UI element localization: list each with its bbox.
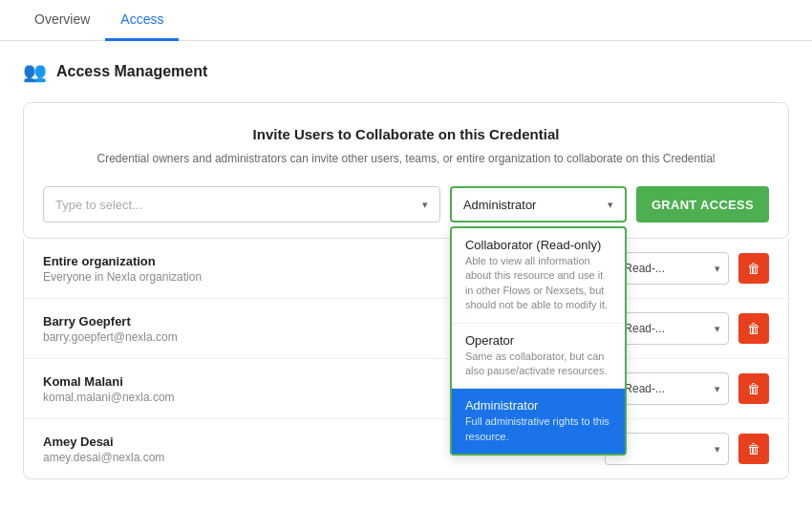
- collaborator-label: Collaborator (Read-only): [465, 238, 611, 252]
- administrator-desc: Full administrative rights to this resou…: [465, 414, 611, 444]
- dropdown-item-collaborator[interactable]: Collaborator (Read-only) Able to view al…: [452, 228, 625, 323]
- invite-controls: Type to select... ▾ Administrator ▾ Coll…: [43, 186, 769, 238]
- section-header: 👥 Access Management: [23, 60, 789, 83]
- delete-user-button-4[interactable]: 🗑: [738, 434, 769, 464]
- user-row: Entire organization Everyone in Nexla or…: [24, 239, 788, 299]
- administrator-label: Administrator: [465, 398, 611, 413]
- invite-card: Invite Users to Collaborate on this Cred…: [23, 102, 789, 239]
- user-role-chevron-icon-1: ▾: [715, 263, 720, 275]
- user-select-chevron-icon: ▾: [422, 199, 428, 211]
- delete-user-button-1[interactable]: 🗑: [738, 253, 769, 284]
- role-select-chevron-icon: ▾: [608, 199, 613, 211]
- invite-title: Invite Users to Collaborate on this Cred…: [43, 126, 769, 142]
- collaborator-desc: Able to view all information about this …: [465, 254, 611, 313]
- main-content: 👥 Access Management Invite Users to Coll…: [0, 41, 812, 498]
- access-management-icon: 👥: [23, 60, 47, 83]
- grant-access-button[interactable]: GRANT ACCESS: [636, 186, 769, 223]
- operator-desc: Same as collaborator, but can also pause…: [465, 350, 611, 379]
- operator-label: Operator: [465, 333, 611, 348]
- role-dropdown-container: Administrator ▾ Collaborator (Read-only)…: [450, 186, 627, 223]
- tabs-container: Overview Access: [0, 0, 812, 41]
- delete-user-button-3[interactable]: 🗑: [738, 373, 769, 404]
- user-select-input[interactable]: Type to select... ▾: [43, 186, 440, 223]
- user-row: Amey Desai amey.desai@nexla.com o ▾ 🗑: [24, 419, 788, 478]
- user-select-placeholder: Type to select...: [55, 198, 142, 212]
- invite-description: Credential owners and administrators can…: [43, 150, 769, 167]
- delete-user-button-2[interactable]: 🗑: [738, 313, 769, 344]
- tab-overview-label: Overview: [34, 11, 90, 27]
- user-row: Komal Malani komal.malani@nexla.com r (R…: [24, 359, 788, 419]
- user-role-chevron-icon-3: ▾: [715, 383, 720, 395]
- role-select[interactable]: Administrator ▾: [450, 186, 627, 223]
- tab-overview[interactable]: Overview: [19, 0, 105, 41]
- user-list: Entire organization Everyone in Nexla or…: [23, 239, 789, 479]
- dropdown-item-administrator[interactable]: Administrator Full administrative rights…: [452, 389, 625, 454]
- user-role-chevron-icon-2: ▾: [715, 323, 720, 335]
- user-role-chevron-icon-4: ▾: [715, 443, 720, 456]
- role-dropdown-menu: Collaborator (Read-only) Able to view al…: [450, 226, 627, 456]
- role-select-value: Administrator: [463, 198, 537, 212]
- section-title: Access Management: [56, 63, 207, 80]
- dropdown-item-operator[interactable]: Operator Same as collaborator, but can a…: [452, 324, 625, 389]
- tab-access[interactable]: Access: [105, 0, 179, 41]
- user-row: Barry Goepfert barry.goepfert@nexla.com …: [24, 299, 788, 359]
- tab-access-label: Access: [120, 11, 163, 27]
